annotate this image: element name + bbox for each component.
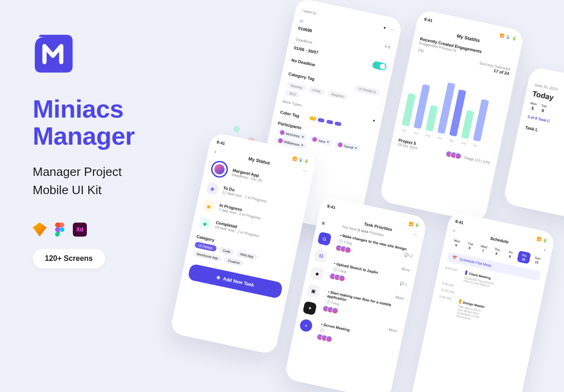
page-title: Schedule <box>490 236 509 245</box>
chevron-down-icon[interactable]: ▾ <box>372 118 375 123</box>
nav-icon[interactable]: ▣ <box>306 284 321 298</box>
status-time: 9:41 <box>327 203 336 210</box>
status-time: 9:41 <box>216 140 226 146</box>
deadline-value: 01/06 - 30/07 <box>294 45 319 55</box>
back-icon[interactable]: ‹ <box>453 228 455 233</box>
color-tag-label: Color Tag <box>280 110 300 118</box>
tag-pill[interactable]: UI Design ⊖ <box>354 84 381 96</box>
day-pill[interactable]: Tue6 <box>463 239 477 252</box>
color-swatch[interactable] <box>309 116 316 121</box>
figma-icon <box>55 223 64 237</box>
color-swatch[interactable] <box>335 121 342 126</box>
color-swatch[interactable] <box>317 118 324 123</box>
chevron-down-icon[interactable]: ▾ <box>383 25 387 31</box>
menu-icon[interactable]: ≡ <box>321 220 334 229</box>
category-chip[interactable]: Creative <box>224 257 244 266</box>
day-pill[interactable]: Fri9 <box>503 248 517 261</box>
page-title: My Status <box>248 156 270 166</box>
toggle-switch[interactable] <box>372 61 387 71</box>
category-chip[interactable]: UI Design <box>194 241 217 252</box>
status-time: 9:41 <box>455 219 464 225</box>
screens-badge: 120+ Screens <box>33 249 105 268</box>
day-pill[interactable]: Wed7 <box>477 242 491 256</box>
color-swatch[interactable] <box>326 119 333 125</box>
more-types-label[interactable]: More Types <box>282 99 303 107</box>
signal-icons: 📶🔋 <box>536 237 548 243</box>
day-pill[interactable]: Sun11 <box>530 253 544 267</box>
chart-bar <box>402 93 416 126</box>
day-cell[interactable]: Tue6 <box>540 104 547 113</box>
task-list-label: Task L <box>525 125 564 149</box>
xd-icon: Xd <box>73 223 87 237</box>
progress-ring <box>210 159 230 179</box>
deadline-label: Deadlinne <box>296 37 313 45</box>
logo-icon <box>33 33 75 75</box>
tag-pill[interactable]: SEO <box>285 90 300 98</box>
nav-icon[interactable]: ✦ <box>303 301 317 315</box>
want-label: I want to... <box>302 8 319 16</box>
day-pill[interactable]: Mon5 <box>450 236 464 250</box>
signal-icons: 📶📡🔋 <box>292 156 310 163</box>
phone-priorities: 9:41📶🔋 Task Priorities⋯ You have 6 task … <box>284 196 428 392</box>
more-icon[interactable]: ⋯ <box>389 27 395 33</box>
id-value: 010699 <box>298 26 312 33</box>
more-icon[interactable]: ⋯ <box>412 231 418 238</box>
chart-bar <box>473 99 489 141</box>
nav-icon[interactable]: Ⓜ <box>314 249 328 263</box>
y-axis-label: 100 <box>417 48 424 53</box>
signal-icons: 📶🔋 <box>409 221 420 228</box>
signal-icons: 📶📡🔋 <box>500 33 517 41</box>
nav-icon[interactable]: G <box>317 231 332 246</box>
day-pill[interactable]: Sta10 <box>517 251 531 264</box>
phone-schedule: 9:41📶🔋 ‹Schedule› Mon5Tue6Wed7Thu8Fri9St… <box>410 211 556 392</box>
category-chip[interactable]: Wireframe App <box>192 250 222 262</box>
category-label: Category <box>196 234 215 243</box>
day-cell[interactable]: Mon5 <box>529 101 537 111</box>
nav-icon[interactable]: ◆ <box>310 266 324 281</box>
avatar-stack <box>447 151 462 160</box>
copy-icon[interactable]: ▾ ⧉ <box>384 44 391 50</box>
project-meta: Stage 1/3 | 12% <box>464 155 490 165</box>
more-icon[interactable]: ⋯ <box>302 168 308 174</box>
category-tag-label: Category Tag <box>288 71 315 82</box>
id-label: ID <box>299 19 304 24</box>
chart-bar <box>425 105 438 132</box>
hero-title: Miniacs Manager <box>33 95 229 150</box>
status-time: 9:41 <box>424 17 433 23</box>
sketch-icon <box>33 223 47 237</box>
no-deadline-label: No Deadline <box>291 58 316 68</box>
chart-bar <box>461 110 474 139</box>
add-icon[interactable]: + <box>299 318 313 333</box>
phone-statistics: 9:41📶📡🔋 My Statitis Recently Created Eng… <box>379 9 525 223</box>
category-chip[interactable]: Code <box>219 246 235 256</box>
forward-icon[interactable]: › <box>543 247 546 252</box>
back-icon[interactable]: ‹ <box>214 149 217 154</box>
category-chip[interactable]: Web App <box>236 250 258 260</box>
day-pill[interactable]: Thu8 <box>490 245 504 259</box>
